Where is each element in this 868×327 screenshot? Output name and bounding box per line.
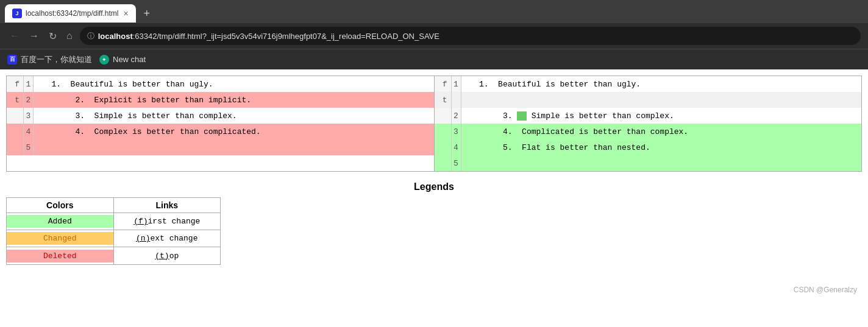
forward-button[interactable]: → (27, 28, 41, 44)
diff-right-panel: f 1 1. Beautiful is better than ugly. t … (435, 76, 862, 171)
inline-add-marker (517, 111, 527, 121)
footer-text: CSDN @Generalzy (794, 286, 857, 294)
first-change-key[interactable]: (f) (133, 217, 148, 226)
legend-changed-cell: Changed (7, 232, 113, 245)
bookmark-baidu-label: 百度一下，你就知道 (21, 54, 92, 65)
diff-left-marker-3: 3 (24, 108, 34, 124)
diff-right-row-1: f 1 1. Beautiful is better than ugly. (435, 76, 862, 92)
diff-left-row-4: 4 4. Complex is better than complicated. (7, 124, 434, 139)
legend-next-change-link[interactable]: (n)ext change (114, 232, 221, 245)
legend-deleted-row: Deleted (7, 247, 113, 264)
diff-left-marker-5: 5 (24, 139, 34, 155)
diff-right-code-6 (461, 155, 862, 171)
diff-left-code-1: 1. Beautiful is better than ugly. (34, 76, 434, 92)
legend-links-header: Links (114, 198, 221, 213)
diff-right-gutter-2: t (435, 92, 452, 108)
diff-right-marker-5: 4 (452, 139, 461, 155)
address-path: :63342/tmp/diff.html?_ijt=jsd5v3v54vi716… (133, 32, 439, 41)
legend-added-row: Added (7, 213, 113, 230)
diff-left-gutter-3 (7, 108, 24, 124)
legend-colors-header: Colors (7, 198, 113, 213)
diff-right-gutter-1: f (435, 76, 452, 92)
top-key[interactable]: (t) (155, 251, 169, 261)
tab-bar: J localhost:63342/tmp/diff.html × + (0, 0, 868, 23)
diff-left-marker-1: 1 (24, 76, 34, 92)
bookmark-newchat-label: New chat (113, 55, 146, 64)
diff-right-row-3: 2 3. Simple is better than complex. (435, 108, 862, 124)
diff-right-gutter-5 (435, 139, 452, 155)
diff-right-code-1: 1. Beautiful is better than ugly. (461, 76, 862, 92)
bookmark-baidu[interactable]: 百 百度一下，你就知道 (7, 54, 92, 65)
tab-close-button[interactable]: × (124, 9, 129, 18)
legend-changed-row: Changed (7, 230, 113, 247)
bookmarks-bar: 百 百度一下，你就知道 ✦ New chat (0, 49, 868, 69)
diff-right-row-6: 5 (435, 155, 862, 171)
diff-right-code-2 (461, 92, 862, 108)
legend-top-link[interactable]: (t)op (114, 250, 221, 262)
diff-left-code-3: 3. Simple is better than complex. (34, 108, 434, 124)
diff-left-gutter-5 (7, 139, 24, 155)
browser-chrome: J localhost:63342/tmp/diff.html × + ← → … (0, 0, 868, 69)
diff-left-gutter-2: t (7, 92, 24, 108)
reload-button[interactable]: ↻ (46, 28, 59, 44)
diff-container: f 1 1. Beautiful is better than ugly. t … (6, 76, 862, 172)
diff-right-marker-2 (452, 92, 461, 108)
diff-right-row-4: 3 4. Complicated is better than complex. (435, 124, 862, 139)
diff-left-gutter-4 (7, 124, 24, 139)
legend-colors-col: Colors Added Changed Deleted (7, 198, 114, 264)
legend-links-col: Links (f)irst change (n)ext change (t)op (114, 198, 221, 264)
next-change-key[interactable]: (n) (136, 234, 150, 243)
diff-left-panel: f 1 1. Beautiful is better than ugly. t … (7, 76, 435, 171)
diff-left-marker-4: 4 (24, 124, 34, 139)
diff-right-code-3: 3. Simple is better than complex. (461, 108, 862, 124)
diff-right-gutter-3 (435, 108, 452, 124)
diff-left-row-3: 3 3. Simple is better than complex. (7, 108, 434, 124)
new-tab-button[interactable]: + (138, 5, 155, 22)
back-button[interactable]: ← (7, 28, 22, 44)
address-bar-row: ← → ↻ ⌂ ⓘ localhost:63342/tmp/diff.html?… (0, 23, 868, 49)
page-footer: CSDN @Generalzy (6, 283, 862, 297)
diff-left-row-1: f 1 1. Beautiful is better than ugly. (7, 76, 434, 92)
diff-left-gutter-1: f (7, 76, 24, 92)
legend-deleted-cell: Deleted (7, 250, 113, 262)
page-content: f 1 1. Beautiful is better than ugly. t … (0, 69, 868, 303)
browser-tab[interactable]: J localhost:63342/tmp/diff.html × (5, 4, 136, 23)
diff-right-code-5: 5. Flat is better than nested. (461, 139, 862, 155)
diff-right-row-2: t (435, 92, 862, 108)
diff-right-gutter-6 (435, 155, 452, 171)
legends-section: Legends Colors Added Changed Deleted Lin… (6, 181, 862, 265)
diff-right-gutter-4 (435, 124, 452, 139)
address-text: localhost:63342/tmp/diff.html?_ijt=jsd5v… (98, 32, 439, 41)
openai-icon: ✦ (99, 55, 109, 65)
legends-title: Legends (6, 181, 862, 192)
lock-icon: ⓘ (87, 31, 94, 41)
legend-next-change-row: (n)ext change (114, 230, 221, 247)
diff-left-code-4: 4. Complex is better than complicated. (34, 124, 434, 139)
legend-first-change-link[interactable]: (f)irst change (114, 215, 221, 228)
legend-added-cell: Added (7, 215, 113, 228)
address-host: localhost (98, 32, 133, 41)
tab-favicon: J (12, 9, 22, 18)
address-box[interactable]: ⓘ localhost:63342/tmp/diff.html?_ijt=jsd… (80, 27, 861, 45)
diff-right-marker-1: 1 (452, 76, 461, 92)
tab-title: localhost:63342/tmp/diff.html (26, 9, 119, 18)
home-button[interactable]: ⌂ (64, 28, 75, 44)
diff-right-marker-6: 5 (452, 155, 461, 171)
diff-left-row-2: t 2 2. Explicit is better than implicit. (7, 92, 434, 108)
diff-right-code-4: 4. Complicated is better than complex. (461, 124, 862, 139)
baidu-icon: 百 (7, 55, 17, 65)
legends-table: Colors Added Changed Deleted Links (f)ir… (6, 197, 221, 265)
diff-right-marker-3: 2 (452, 108, 461, 124)
diff-left-row-5: 5 (7, 139, 434, 155)
diff-left-code-5 (34, 139, 434, 155)
legend-first-change-row: (f)irst change (114, 213, 221, 230)
legend-top-row: (t)op (114, 247, 221, 264)
diff-left-marker-2: 2 (24, 92, 34, 108)
bookmark-newchat[interactable]: ✦ New chat (99, 55, 146, 65)
diff-right-marker-4: 3 (452, 124, 461, 139)
diff-right-row-5: 4 5. Flat is better than nested. (435, 139, 862, 155)
diff-left-code-2: 2. Explicit is better than implicit. (34, 92, 434, 108)
